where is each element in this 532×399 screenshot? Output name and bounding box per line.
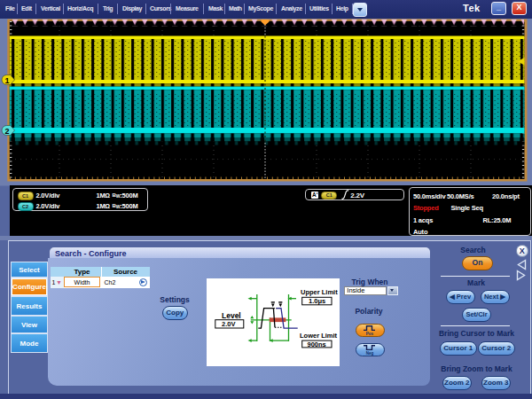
svg-text:2.0V: 2.0V: [222, 320, 235, 328]
svg-text:Lower Limit: Lower Limit: [300, 332, 338, 340]
svg-text:1: 1: [4, 76, 9, 85]
svg-text:1.0μs: 1.0μs: [309, 297, 325, 305]
svg-text:2: 2: [4, 127, 9, 136]
svg-text:Upper Limit: Upper Limit: [301, 288, 338, 296]
svg-text:900ns: 900ns: [308, 340, 326, 348]
svg-text:Level: Level: [222, 311, 241, 320]
